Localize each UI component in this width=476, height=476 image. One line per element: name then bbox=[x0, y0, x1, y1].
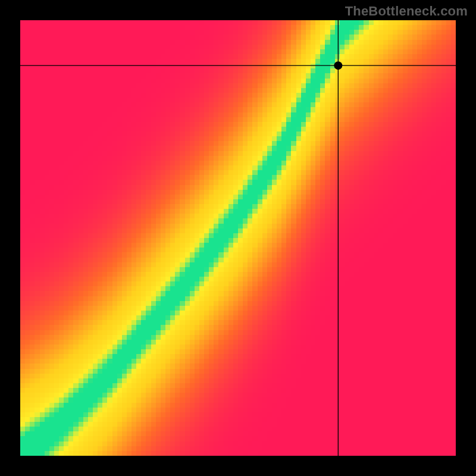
watermark-text: TheBottleneck.com bbox=[345, 4, 468, 19]
chart-frame: TheBottleneck.com bbox=[0, 0, 476, 476]
heatmap-plot bbox=[20, 20, 456, 456]
heatmap-canvas bbox=[20, 20, 456, 456]
